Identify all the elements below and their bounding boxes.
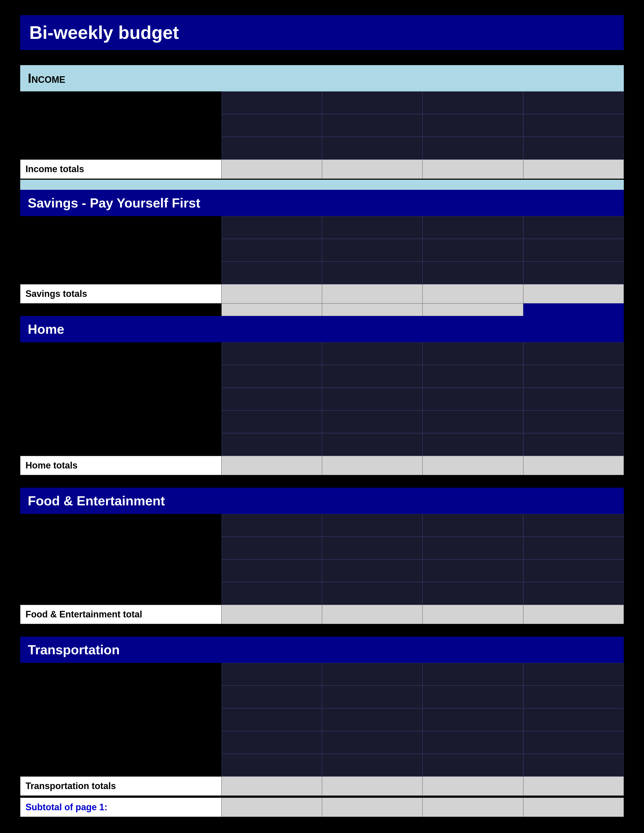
transportation-total-4[interactable] bbox=[523, 777, 624, 796]
home-total-3[interactable] bbox=[422, 456, 523, 475]
transportation-cell-3-2[interactable] bbox=[322, 708, 422, 731]
transportation-cell-1-2[interactable] bbox=[322, 663, 422, 685]
transportation-total-2[interactable] bbox=[322, 777, 422, 796]
transportation-total-1[interactable] bbox=[222, 777, 322, 796]
transportation-cell-1-3[interactable] bbox=[422, 663, 523, 685]
home-total-1[interactable] bbox=[222, 456, 322, 475]
transportation-cell-2-4[interactable] bbox=[523, 685, 624, 708]
transportation-cell-4-2[interactable] bbox=[322, 731, 422, 754]
savings-cell-3-3[interactable] bbox=[422, 262, 523, 284]
income-cell-3-2[interactable] bbox=[322, 137, 422, 159]
income-cell-3-3[interactable] bbox=[422, 137, 523, 159]
food-total-1[interactable] bbox=[222, 605, 322, 624]
food-total-4[interactable] bbox=[523, 605, 624, 624]
savings-cell-3-4[interactable] bbox=[523, 262, 624, 284]
food-cell-1-2[interactable] bbox=[322, 514, 422, 537]
transportation-cell-3-1[interactable] bbox=[222, 708, 322, 731]
home-cell-3-2[interactable] bbox=[322, 388, 422, 410]
subtotal-value-3[interactable] bbox=[422, 798, 523, 817]
food-cell-2-1[interactable] bbox=[222, 537, 322, 560]
savings-cell-2-3[interactable] bbox=[422, 239, 523, 262]
savings-cell-2-4[interactable] bbox=[523, 239, 624, 262]
transportation-cell-1-1[interactable] bbox=[222, 663, 322, 685]
food-cell-2-3[interactable] bbox=[422, 537, 523, 560]
food-cell-2-2[interactable] bbox=[322, 537, 422, 560]
income-total-4[interactable] bbox=[523, 159, 624, 179]
home-cell-1-4[interactable] bbox=[523, 342, 624, 365]
savings-cell-3-1[interactable] bbox=[222, 262, 322, 284]
home-cell-5-2[interactable] bbox=[322, 433, 422, 456]
savings-cell-2-1[interactable] bbox=[222, 239, 322, 262]
home-cell-1-2[interactable] bbox=[322, 342, 422, 365]
transportation-cell-5-2[interactable] bbox=[322, 754, 422, 777]
home-cell-3-3[interactable] bbox=[422, 388, 523, 410]
home-cell-5-1[interactable] bbox=[222, 433, 322, 456]
subtotal-value-1[interactable] bbox=[222, 798, 322, 817]
home-cell-4-2[interactable] bbox=[322, 410, 422, 433]
income-total-1[interactable] bbox=[222, 159, 322, 179]
income-cell-1-3[interactable] bbox=[422, 92, 523, 114]
transportation-cell-1-4[interactable] bbox=[523, 663, 624, 685]
income-cell-1-2[interactable] bbox=[322, 92, 422, 114]
income-cell-2-1[interactable] bbox=[222, 114, 322, 137]
food-cell-1-4[interactable] bbox=[523, 514, 624, 537]
home-cell-2-4[interactable] bbox=[523, 365, 624, 388]
home-total-4[interactable] bbox=[523, 456, 624, 475]
food-cell-4-1[interactable] bbox=[222, 582, 322, 605]
transportation-cell-3-3[interactable] bbox=[422, 708, 523, 731]
savings-total-2[interactable] bbox=[322, 284, 422, 304]
food-cell-3-1[interactable] bbox=[222, 560, 322, 582]
savings-total-1[interactable] bbox=[222, 284, 322, 304]
transportation-cell-5-3[interactable] bbox=[422, 754, 523, 777]
food-total-3[interactable] bbox=[422, 605, 523, 624]
food-cell-3-4[interactable] bbox=[523, 560, 624, 582]
savings-total-3[interactable] bbox=[422, 284, 523, 304]
food-cell-4-2[interactable] bbox=[322, 582, 422, 605]
food-cell-1-1[interactable] bbox=[222, 514, 322, 537]
income-cell-3-4[interactable] bbox=[523, 137, 624, 159]
transportation-cell-5-4[interactable] bbox=[523, 754, 624, 777]
savings-total-4[interactable] bbox=[523, 284, 624, 304]
home-cell-3-4[interactable] bbox=[523, 388, 624, 410]
income-cell-1-1[interactable] bbox=[222, 92, 322, 114]
transportation-cell-2-2[interactable] bbox=[322, 685, 422, 708]
home-cell-4-3[interactable] bbox=[422, 410, 523, 433]
savings-cell-1-1[interactable] bbox=[222, 216, 322, 239]
food-cell-3-3[interactable] bbox=[422, 560, 523, 582]
food-cell-4-3[interactable] bbox=[422, 582, 523, 605]
home-cell-4-1[interactable] bbox=[222, 410, 322, 433]
food-cell-1-3[interactable] bbox=[422, 514, 523, 537]
home-cell-5-4[interactable] bbox=[523, 433, 624, 456]
food-cell-3-2[interactable] bbox=[322, 560, 422, 582]
income-cell-2-4[interactable] bbox=[523, 114, 624, 137]
home-cell-2-1[interactable] bbox=[222, 365, 322, 388]
savings-cell-1-2[interactable] bbox=[322, 216, 422, 239]
savings-cell-3-2[interactable] bbox=[322, 262, 422, 284]
transportation-cell-2-3[interactable] bbox=[422, 685, 523, 708]
savings-cell-1-3[interactable] bbox=[422, 216, 523, 239]
income-cell-2-3[interactable] bbox=[422, 114, 523, 137]
income-cell-3-1[interactable] bbox=[222, 137, 322, 159]
income-total-2[interactable] bbox=[322, 159, 422, 179]
income-cell-2-2[interactable] bbox=[322, 114, 422, 137]
transportation-cell-3-4[interactable] bbox=[523, 708, 624, 731]
income-total-3[interactable] bbox=[422, 159, 523, 179]
home-cell-5-3[interactable] bbox=[422, 433, 523, 456]
transportation-cell-4-4[interactable] bbox=[523, 731, 624, 754]
transportation-cell-2-1[interactable] bbox=[222, 685, 322, 708]
home-cell-2-2[interactable] bbox=[322, 365, 422, 388]
home-cell-1-1[interactable] bbox=[222, 342, 322, 365]
home-cell-3-1[interactable] bbox=[222, 388, 322, 410]
home-cell-1-3[interactable] bbox=[422, 342, 523, 365]
food-cell-2-4[interactable] bbox=[523, 537, 624, 560]
transportation-total-3[interactable] bbox=[422, 777, 523, 796]
subtotal-value-2[interactable] bbox=[322, 798, 422, 817]
income-cell-1-4[interactable] bbox=[523, 92, 624, 114]
transportation-cell-5-1[interactable] bbox=[222, 754, 322, 777]
subtotal-value-4[interactable] bbox=[523, 798, 624, 817]
home-cell-2-3[interactable] bbox=[422, 365, 523, 388]
savings-cell-2-2[interactable] bbox=[322, 239, 422, 262]
transportation-cell-4-1[interactable] bbox=[222, 731, 322, 754]
food-total-2[interactable] bbox=[322, 605, 422, 624]
savings-cell-1-4[interactable] bbox=[523, 216, 624, 239]
